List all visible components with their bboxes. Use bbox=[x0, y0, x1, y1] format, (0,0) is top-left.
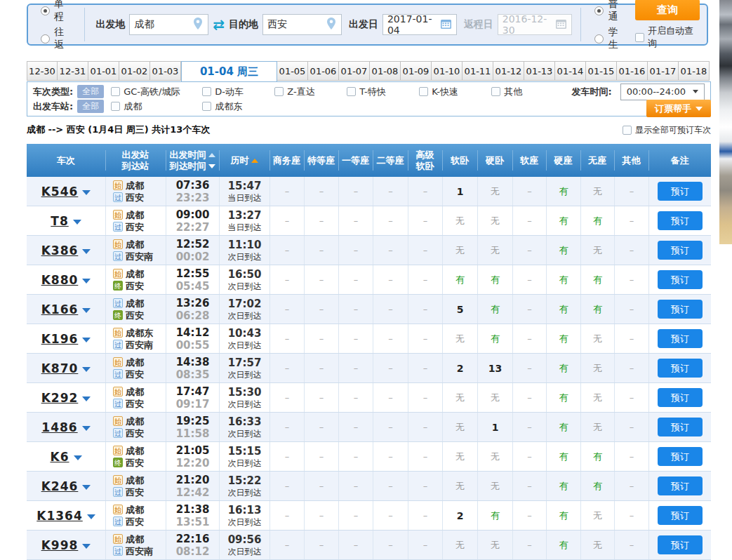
train-code-link[interactable]: T8 bbox=[51, 214, 68, 228]
train-type-option-GC-高铁/城际[interactable]: GC-高铁/城际 bbox=[111, 86, 197, 98]
depart-station-option-成都[interactable]: 成都 bbox=[111, 100, 197, 113]
book-button[interactable]: 预订 bbox=[658, 418, 703, 436]
column-header-4[interactable]: 历时 bbox=[219, 144, 269, 177]
train-code-link[interactable]: K166 bbox=[41, 302, 79, 316]
expand-caret-icon[interactable] bbox=[82, 485, 91, 490]
expand-caret-icon[interactable] bbox=[82, 544, 91, 549]
checkbox-unchecked-icon[interactable] bbox=[202, 87, 211, 96]
checkbox-unchecked-icon[interactable] bbox=[111, 102, 120, 111]
train-code-link[interactable]: K292 bbox=[41, 391, 79, 405]
checkbox-unchecked-icon[interactable] bbox=[491, 87, 500, 96]
train-type-option-Z-直达[interactable]: Z-直达 bbox=[274, 86, 341, 98]
train-code-link[interactable]: 1486 bbox=[41, 420, 77, 434]
book-button[interactable]: 预订 bbox=[658, 211, 703, 230]
train-type-option-K-快速[interactable]: K-快速 bbox=[419, 86, 486, 98]
book-button[interactable]: 预订 bbox=[658, 300, 703, 319]
auto-query-checkbox[interactable] bbox=[635, 33, 644, 42]
trip-type-radio-单程[interactable]: 单程 bbox=[41, 0, 70, 23]
radio-unchecked-icon[interactable] bbox=[41, 34, 50, 44]
auto-query-checkbox-row[interactable]: 开启自动查询 bbox=[635, 25, 700, 50]
train-type-option-T-特快[interactable]: T-特快 bbox=[347, 86, 413, 98]
date-tab-01-09[interactable]: 01-09 bbox=[401, 61, 432, 81]
expand-caret-icon[interactable] bbox=[82, 190, 91, 195]
location-pin-icon[interactable] bbox=[192, 17, 204, 33]
book-button[interactable]: 预订 bbox=[658, 535, 703, 554]
expand-caret-icon[interactable] bbox=[82, 249, 91, 254]
sort-arrow-icon[interactable] bbox=[208, 164, 215, 168]
expand-caret-icon[interactable] bbox=[82, 426, 91, 431]
show-all-checkbox[interactable] bbox=[623, 126, 632, 135]
booking-helper-button[interactable]: 订票帮手 bbox=[646, 100, 711, 117]
depart-station-all-badge[interactable]: 全部 bbox=[77, 100, 104, 113]
checkbox-unchecked-icon[interactable] bbox=[202, 102, 211, 111]
date-tab-01-17[interactable]: 01-17 bbox=[648, 61, 679, 81]
column-header-3[interactable]: 出发时间到达时间 bbox=[166, 144, 219, 177]
train-code-link[interactable]: K880 bbox=[41, 273, 79, 287]
train-code-link[interactable]: K196 bbox=[41, 332, 79, 346]
checkbox-unchecked-icon[interactable] bbox=[274, 87, 284, 96]
trip-type-radio-往返[interactable]: 往返 bbox=[41, 26, 70, 51]
passenger-type-radio-学生[interactable]: 学生 bbox=[594, 26, 624, 51]
book-button[interactable]: 预订 bbox=[658, 359, 703, 378]
expand-caret-icon[interactable] bbox=[82, 396, 91, 401]
depart-time-select[interactable]: 00:00--24:00 bbox=[620, 84, 705, 100]
to-city-input[interactable]: 西安 bbox=[262, 14, 342, 35]
depart-date-input[interactable]: 2017-01-04 bbox=[382, 14, 457, 35]
date-tab-01-12[interactable]: 01-12 bbox=[493, 61, 524, 81]
expand-caret-icon[interactable] bbox=[82, 338, 91, 342]
date-tab-01-08[interactable]: 01-08 bbox=[370, 61, 401, 81]
date-tab-01-01[interactable]: 01-01 bbox=[88, 61, 119, 81]
book-button[interactable]: 预订 bbox=[658, 447, 703, 466]
checkbox-unchecked-icon[interactable] bbox=[111, 87, 120, 96]
calendar-icon[interactable] bbox=[440, 18, 452, 32]
passenger-type-radio-普通[interactable]: 普通 bbox=[594, 0, 624, 23]
expand-caret-icon[interactable] bbox=[87, 514, 95, 519]
expand-caret-icon[interactable] bbox=[74, 455, 82, 460]
book-button[interactable]: 预订 bbox=[658, 476, 703, 495]
book-button[interactable]: 预订 bbox=[658, 182, 703, 201]
book-button[interactable]: 预订 bbox=[658, 388, 703, 407]
book-button[interactable]: 预订 bbox=[658, 270, 703, 289]
train-code-link[interactable]: K6 bbox=[50, 450, 69, 464]
expand-caret-icon[interactable] bbox=[73, 220, 81, 225]
sort-arrow-icon[interactable] bbox=[251, 159, 258, 163]
train-code-link[interactable]: K870 bbox=[41, 361, 79, 375]
depart-station-option-成都东[interactable]: 成都东 bbox=[202, 100, 269, 113]
train-type-option-其他[interactable]: 其他 bbox=[491, 86, 540, 98]
date-tab-01-15[interactable]: 01-15 bbox=[586, 61, 617, 81]
swap-cities-icon[interactable]: ⇄ bbox=[213, 18, 225, 32]
train-code-link[interactable]: K1364 bbox=[36, 509, 83, 523]
train-type-option-D-动车[interactable]: D-动车 bbox=[202, 86, 269, 98]
date-tab-01-03[interactable]: 01-03 bbox=[150, 61, 181, 81]
train-code-link[interactable]: K546 bbox=[41, 185, 79, 199]
train-code-link[interactable]: K246 bbox=[41, 479, 79, 493]
book-button[interactable]: 预订 bbox=[658, 241, 703, 260]
from-city-input[interactable]: 成都 bbox=[129, 14, 208, 35]
date-tab-01-18[interactable]: 01-18 bbox=[679, 61, 710, 81]
show-all-bookable-row[interactable]: 显示全部可预订车次 bbox=[623, 124, 711, 136]
train-code-link[interactable]: K386 bbox=[41, 244, 79, 258]
location-pin-icon[interactable] bbox=[326, 17, 337, 33]
date-tab-01-11[interactable]: 01-11 bbox=[463, 61, 493, 81]
expand-caret-icon[interactable] bbox=[82, 308, 91, 313]
date-tab-01-14[interactable]: 01-14 bbox=[555, 61, 586, 81]
book-button[interactable]: 预订 bbox=[658, 329, 703, 348]
radio-checked-icon[interactable] bbox=[41, 6, 50, 15]
date-tab-01-16[interactable]: 01-16 bbox=[617, 61, 648, 81]
train-code-link[interactable]: K998 bbox=[41, 538, 79, 552]
expand-caret-icon[interactable] bbox=[82, 279, 91, 284]
radio-unchecked-icon[interactable] bbox=[594, 34, 604, 44]
train-type-all-badge[interactable]: 全部 bbox=[77, 85, 104, 98]
query-button[interactable]: 查询 bbox=[635, 0, 700, 20]
date-tab-01-10[interactable]: 01-10 bbox=[432, 61, 463, 81]
date-tab-01-02[interactable]: 01-02 bbox=[119, 61, 150, 81]
date-tab-12-30[interactable]: 12-30 bbox=[27, 61, 58, 81]
date-tab-01-07[interactable]: 01-07 bbox=[339, 61, 370, 81]
date-tab-active[interactable]: 01-04 周三 bbox=[181, 61, 277, 82]
checkbox-unchecked-icon[interactable] bbox=[347, 87, 356, 96]
book-button[interactable]: 预订 bbox=[658, 506, 703, 525]
date-tab-01-06[interactable]: 01-06 bbox=[308, 61, 339, 81]
expand-caret-icon[interactable] bbox=[82, 367, 91, 372]
date-tab-01-05[interactable]: 01-05 bbox=[277, 61, 308, 81]
date-tab-12-31[interactable]: 12-31 bbox=[58, 61, 88, 81]
